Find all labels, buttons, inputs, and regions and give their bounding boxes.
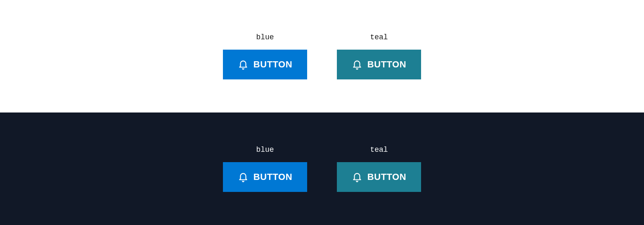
bell-icon <box>238 172 249 182</box>
swatch-blue-dark: blue BUTTON <box>223 146 307 192</box>
teal-button[interactable]: BUTTON <box>337 50 421 79</box>
panel-dark: blue BUTTON teal BUTTON <box>0 112 644 225</box>
bell-icon <box>352 172 362 182</box>
bell-icon <box>352 59 362 70</box>
button-label: BUTTON <box>253 172 292 182</box>
swatch-teal-light: teal BUTTON <box>337 33 421 79</box>
caption-blue: blue <box>256 33 274 41</box>
caption-teal: teal <box>370 33 388 41</box>
button-label: BUTTON <box>367 172 406 182</box>
caption-teal: teal <box>370 146 388 154</box>
swatch-blue-light: blue BUTTON <box>223 33 307 79</box>
blue-button[interactable]: BUTTON <box>223 50 307 79</box>
panel-light: blue BUTTON teal BUTTON <box>0 0 644 112</box>
button-label: BUTTON <box>253 59 292 70</box>
blue-button[interactable]: BUTTON <box>223 162 307 192</box>
swatch-teal-dark: teal BUTTON <box>337 146 421 192</box>
caption-blue: blue <box>256 146 274 154</box>
teal-button[interactable]: BUTTON <box>337 162 421 192</box>
button-label: BUTTON <box>367 59 406 70</box>
bell-icon <box>238 59 249 70</box>
